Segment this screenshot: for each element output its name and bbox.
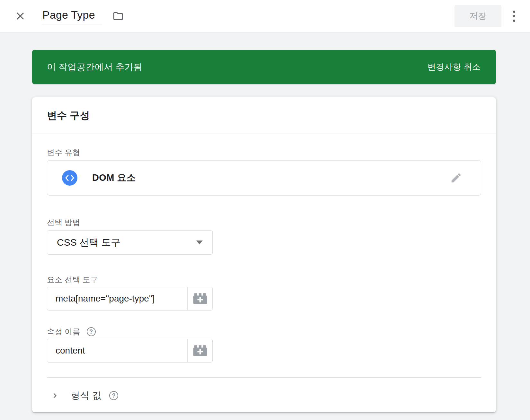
variable-type-icon-circle	[62, 170, 77, 186]
save-button[interactable]: 저장	[455, 5, 501, 27]
code-brackets-icon	[65, 174, 75, 181]
attribute-name-label: 속성 이름	[47, 327, 80, 336]
kebab-menu-icon	[513, 11, 515, 22]
discard-changes-button[interactable]: 변경사항 취소	[427, 58, 481, 76]
attribute-name-label-row: 속성 이름	[47, 327, 481, 336]
workspace-banner: 이 작업공간에서 추가됨 변경사항 취소	[32, 50, 496, 84]
attribute-name-variable-picker-button[interactable]	[187, 339, 212, 362]
dropdown-arrow-icon	[196, 241, 203, 244]
format-value-label: 형식 값	[71, 389, 102, 402]
card-title: 변수 구성	[47, 109, 90, 122]
attribute-name-field	[47, 339, 213, 363]
main-content: 이 작업공간에서 추가됨 변경사항 취소 변수 구성 변수 유형 DOM 요소	[0, 32, 530, 412]
lego-plus-icon	[193, 293, 207, 304]
format-value-help-icon[interactable]	[109, 391, 118, 400]
card-header: 변수 구성	[32, 97, 496, 134]
more-menu-button[interactable]	[511, 9, 517, 24]
chevron-right-icon	[50, 391, 60, 400]
attribute-name-input[interactable]	[47, 339, 187, 362]
element-selector-input[interactable]	[47, 287, 187, 310]
section-divider	[47, 377, 481, 378]
card-body: 변수 유형 DOM 요소 선택 방법 CSS 선택 도구	[32, 148, 496, 412]
lego-plus-icon	[193, 345, 207, 356]
banner-message: 이 작업공간에서 추가됨	[47, 61, 143, 73]
pencil-icon	[450, 172, 462, 184]
variable-title-field[interactable]: Page Type	[42, 8, 102, 24]
variable-type-selector[interactable]: DOM 요소	[47, 160, 481, 196]
close-icon	[14, 10, 26, 22]
element-selector-field	[47, 287, 213, 311]
format-value-row: 형식 값	[47, 389, 481, 403]
folder-button[interactable]	[110, 8, 126, 24]
selection-method-value: CSS 선택 도구	[57, 236, 120, 249]
variable-config-card: 변수 구성 변수 유형 DOM 요소 선	[32, 97, 496, 412]
selection-method-dropdown[interactable]: CSS 선택 도구	[47, 230, 213, 255]
close-button[interactable]	[12, 8, 28, 24]
edit-type-button[interactable]	[448, 170, 464, 186]
element-selector-label: 요소 선택 도구	[47, 275, 481, 284]
top-bar: Page Type 저장	[0, 0, 530, 32]
attribute-name-help-icon[interactable]	[87, 327, 96, 336]
variable-type-value: DOM 요소	[92, 171, 136, 184]
folder-icon	[112, 10, 124, 22]
variable-type-label: 변수 유형	[47, 148, 481, 157]
element-selector-variable-picker-button[interactable]	[187, 287, 212, 310]
format-value-expand-button[interactable]	[48, 389, 62, 402]
selection-method-label: 선택 방법	[47, 218, 481, 227]
